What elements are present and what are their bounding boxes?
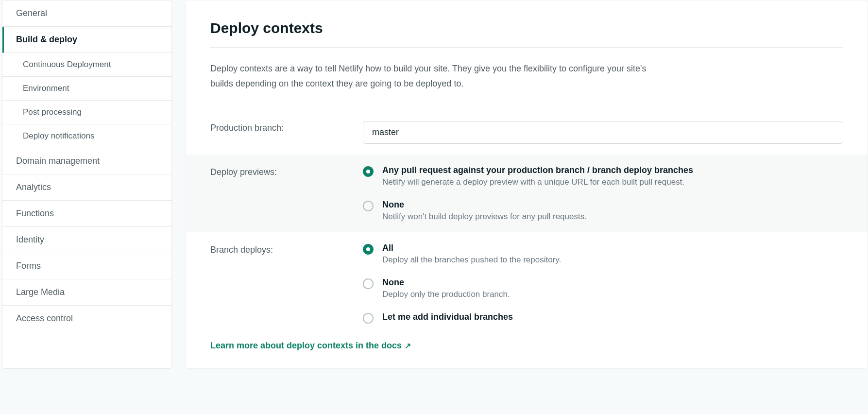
sidebar-item-general[interactable]: General: [2, 0, 171, 27]
sidebar-item-functions[interactable]: Functions: [2, 201, 171, 227]
sidebar-item-large-media[interactable]: Large Media: [2, 279, 171, 306]
radio-label: None: [382, 200, 843, 210]
external-link-icon: ↗: [405, 341, 411, 350]
radio-icon[interactable]: [363, 166, 374, 177]
branch-deploys-option-none[interactable]: None Deploy only the production branch.: [363, 277, 843, 299]
radio-label: Any pull request against your production…: [382, 165, 843, 175]
sidebar-item-domain-management[interactable]: Domain management: [2, 148, 171, 174]
deploy-previews-row: Deploy previews: Any pull request agains…: [186, 155, 868, 232]
branch-deploys-row: Branch deploys: All Deploy all the branc…: [186, 232, 868, 335]
radio-label: None: [382, 277, 843, 288]
production-branch-row: Production branch:: [186, 110, 868, 155]
radio-label: Let me add individual branches: [382, 312, 843, 322]
section-description: Deploy contexts are a way to tell Netlif…: [210, 61, 647, 91]
sidebar-item-access-control[interactable]: Access control: [2, 306, 171, 331]
branch-deploys-option-individual[interactable]: Let me add individual branches: [363, 312, 843, 324]
radio-icon[interactable]: [363, 278, 374, 289]
radio-icon[interactable]: [363, 313, 374, 324]
settings-sidebar: General Build & deploy Continuous Deploy…: [2, 0, 172, 369]
sidebar-subitem-post-processing[interactable]: Post processing: [2, 101, 171, 124]
sidebar-subitem-continuous-deployment[interactable]: Continuous Deployment: [2, 53, 171, 77]
sidebar-item-forms[interactable]: Forms: [2, 253, 171, 279]
deploy-previews-option-none[interactable]: None Netlify won't build deploy previews…: [363, 200, 843, 222]
section-title: Deploy contexts: [210, 20, 843, 48]
sidebar-item-analytics[interactable]: Analytics: [2, 174, 171, 201]
branch-deploys-label: Branch deploys:: [210, 243, 363, 255]
sidebar-item-build-deploy[interactable]: Build & deploy: [2, 27, 171, 53]
docs-link[interactable]: Learn more about deploy contexts in the …: [210, 341, 411, 351]
radio-help: Netlify won't build deploy previews for …: [382, 212, 843, 222]
branch-deploys-option-all[interactable]: All Deploy all the branches pushed to th…: [363, 243, 843, 265]
radio-help: Deploy all the branches pushed to the re…: [382, 255, 843, 265]
main-panel: Deploy contexts Deploy contexts are a wa…: [186, 0, 868, 369]
deploy-previews-option-any-pr[interactable]: Any pull request against your production…: [363, 165, 843, 187]
docs-link-text: Learn more about deploy contexts in the …: [210, 341, 402, 351]
radio-icon[interactable]: [363, 201, 374, 211]
sidebar-item-identity[interactable]: Identity: [2, 227, 171, 253]
radio-icon[interactable]: [363, 244, 374, 255]
radio-help: Deploy only the production branch.: [382, 290, 843, 299]
deploy-previews-label: Deploy previews:: [210, 165, 363, 177]
radio-label: All: [382, 243, 843, 253]
production-branch-label: Production branch:: [210, 121, 363, 133]
sidebar-subitem-environment[interactable]: Environment: [2, 77, 171, 101]
sidebar-subitem-deploy-notifications[interactable]: Deploy notifications: [2, 124, 171, 148]
production-branch-input[interactable]: [363, 121, 843, 144]
radio-help: Netlify will generate a deploy preview w…: [382, 177, 843, 187]
